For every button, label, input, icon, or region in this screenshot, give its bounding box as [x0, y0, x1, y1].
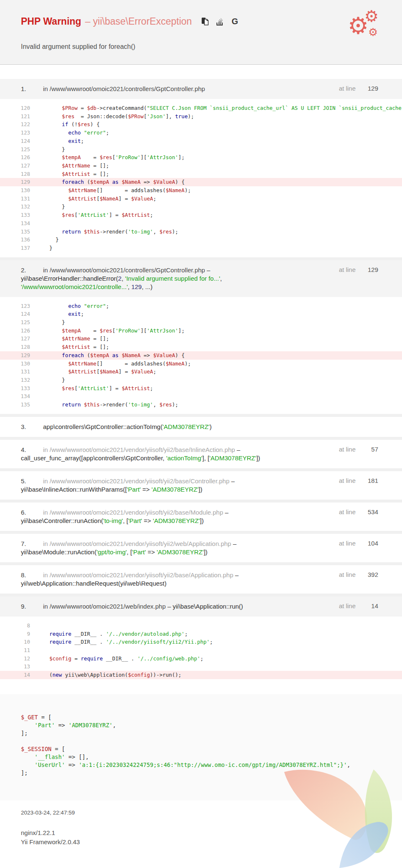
code-token: foreach: [49, 352, 84, 358]
frame-index: 2.: [21, 266, 43, 274]
code-token: 'ADM3078EYRZ': [152, 486, 198, 493]
server-info: nginx/1.22.1 Yii Framework/2.0.43: [21, 828, 80, 847]
code-token: = [];: [90, 171, 109, 177]
stack-frame-header[interactable]: 1.in /www/wwwroot/omoic2021/controllers/…: [0, 79, 402, 99]
error-title-row: PHP Warning – yii\base\ErrorException: [21, 15, 381, 28]
code-token: 129: [131, 283, 142, 290]
code-token: $_SESSION: [21, 746, 51, 752]
line-number: 123: [0, 129, 30, 137]
code-token: $ValueA: [153, 179, 175, 185]
frame-index: 6.: [21, 508, 43, 517]
stack-divider: [0, 500, 402, 503]
code-token: $AttrList: [49, 171, 90, 177]
error-header: PHP Warning – yii\base\ErrorException: [0, 0, 402, 65]
stack-frame: 1.in /www/wwwroot/omoic2021/controllers/…: [0, 79, 402, 257]
stack-divider: [0, 437, 402, 440]
code-token: ][: [140, 154, 147, 160]
stackoverflow-icon[interactable]: [215, 17, 224, 26]
request-code-line: $_GET = [: [21, 713, 381, 721]
code-text: [30, 622, 49, 629]
code-token: ;: [106, 303, 109, 309]
at-line-label: at line: [339, 508, 356, 515]
code-text: require __DIR__ . '/../vendor/yiisoft/yi…: [30, 639, 213, 645]
line-number: 132: [0, 376, 30, 384]
code-token: $ValueA: [131, 368, 153, 375]
google-icon[interactable]: G: [230, 17, 239, 26]
stack-frame: 8.in /www/wwwroot/omoic2021/vendor/yiiso…: [0, 565, 402, 594]
code-token: __DIR__ .: [103, 655, 137, 662]
code-token: $AttrList: [49, 368, 97, 375]
line-number: 126: [0, 327, 30, 335]
stack-frame-header[interactable]: 9.in /www/wwwroot/omoic2021/web/index.ph…: [0, 596, 402, 617]
stack-divider: [0, 594, 402, 596]
stack-frame-header[interactable]: 7.in /www/wwwroot/omoic2021/vendor/yiiso…: [0, 534, 402, 562]
code-token: ;: [185, 631, 188, 637]
at-line: at line129: [339, 85, 378, 92]
code-token: 'Json': [147, 113, 165, 119]
code-token: "SELECT C.Json FROM `snsii_product_cache…: [147, 105, 402, 111]
code-token: __DIR__ .: [71, 631, 106, 637]
code-text: $AttrList = [];: [30, 171, 109, 177]
code-token: 'AttrJson': [147, 154, 178, 160]
line-number: 133: [0, 211, 30, 219]
stack-frame-header[interactable]: 3.app\controllers\GptController::actionT…: [0, 417, 402, 437]
server-version: nginx/1.22.1: [21, 828, 80, 838]
code-token: $res: [99, 154, 112, 160]
code-token: in /www/wwwroot/omoic2021/vendor/yiisoft…: [43, 446, 235, 453]
code-text: $AttrName = [];: [30, 335, 109, 342]
request-code-line: ];: [21, 729, 381, 737]
code-token: echo: [49, 129, 81, 136]
stack-frame-header[interactable]: 5.in /www/wwwroot/omoic2021/vendor/yiiso…: [0, 471, 402, 500]
line-number: 129: [0, 351, 30, 360]
code-line: 123 echo "error";: [0, 302, 402, 310]
code-token: [109, 352, 112, 358]
code-token: $res: [78, 121, 90, 127]
google-g-glyph: G: [232, 17, 238, 25]
at-line-label: at line: [339, 477, 356, 484]
stack-frame-header[interactable]: 8.in /www/wwwroot/omoic2021/vendor/yiiso…: [0, 565, 402, 594]
stack-divider: [0, 468, 402, 471]
line-number: 128: [0, 170, 30, 178]
code-line: 11: [0, 646, 402, 655]
frame-description: 8.in /www/wwwroot/omoic2021/vendor/yiiso…: [21, 571, 299, 588]
code-token: $PRow: [128, 113, 144, 119]
code-token: $NameA: [165, 187, 184, 193]
code-token: =>: [65, 761, 79, 768]
code-line: 133 $res['AttrList'] = $AttrList;: [0, 211, 402, 219]
code-token: 'gpt/to-img': [97, 548, 127, 556]
stack-frame-header[interactable]: 6.in /www/wwwroot/omoic2021/vendor/yiiso…: [0, 503, 402, 531]
stack-frame-header[interactable]: 2.in /www/wwwroot/omoic2021/controllers/…: [0, 260, 402, 297]
request-code: $_GET = [ 'Part' => 'ADM3078EYRZ',];$_SE…: [21, 713, 381, 777]
code-token: ;: [150, 385, 153, 391]
code-text: $AttrName = [];: [30, 162, 109, 169]
code-token: '/www/wwwroot/omoic2021/controlle...': [21, 283, 128, 290]
code-token: '/../vendor/autoload.php': [106, 631, 184, 637]
code-token: ],: [165, 113, 175, 119]
code-line: 131 $AttrList[$NameA] = $ValueA;: [0, 368, 402, 376]
code-token: (: [84, 352, 90, 358]
code-token: ] =: [109, 385, 122, 391]
copy-icon[interactable]: [200, 17, 209, 26]
line-number: 129: [0, 178, 30, 186]
code-token: }: [49, 236, 59, 243]
code-token: "error": [84, 303, 106, 309]
code-line: 121 $res = Json::decode($PRow['Json'], t…: [0, 112, 402, 121]
line-number: 136: [0, 236, 30, 244]
code-token: $db: [87, 105, 97, 111]
line-number: 125: [0, 145, 30, 154]
code-token: $NameA: [99, 195, 118, 202]
code-token: in /www/wwwroot/omoic2021/controllers/Gp…: [43, 85, 205, 92]
code-token: – yii\base\Application::run(): [165, 603, 243, 610]
code-text: $AttrList[$NameA] = $ValueA;: [30, 195, 156, 202]
code-token: => [],: [65, 754, 89, 760]
code-token: [] = addslashes(: [97, 187, 166, 193]
code-token: $NameA: [122, 179, 140, 185]
stack-frame-header[interactable]: 4.in /www/wwwroot/omoic2021/vendor/yiiso…: [0, 440, 402, 468]
code-token: 'ProRow': [115, 327, 140, 334]
code-token: ) {: [175, 179, 185, 185]
code-token: );: [172, 228, 178, 235]
code-token: 'ADM3078EYRZ': [153, 517, 200, 524]
line-number: 127: [0, 162, 30, 170]
code-token: $res: [49, 212, 74, 218]
line-number: 132: [0, 203, 30, 211]
